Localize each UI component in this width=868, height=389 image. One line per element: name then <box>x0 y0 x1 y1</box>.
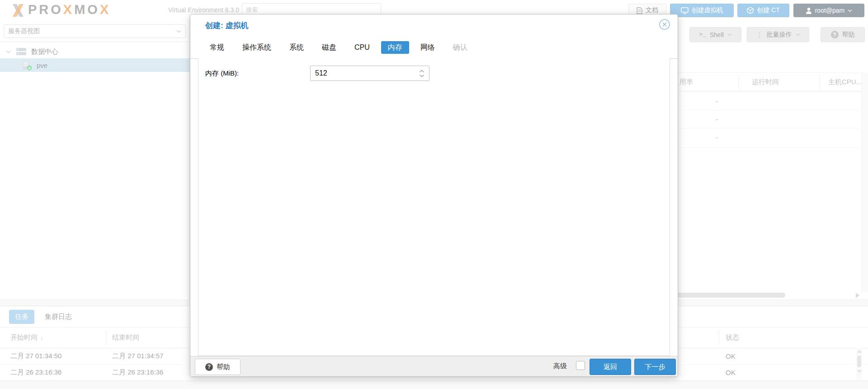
tab-os[interactable]: 操作系统 <box>236 41 278 54</box>
dialog-tab-bar: 常规 操作系统 系统 磁盘 CPU 内存 网络 确认 <box>203 41 474 54</box>
tab-system[interactable]: 系统 <box>283 41 311 54</box>
close-icon[interactable] <box>659 19 670 30</box>
dialog-form-panel: 内存 (MiB): <box>198 58 670 356</box>
proxmox-app: PROXMOX Virtual Environment 8.3.0 文档 创建虚… <box>0 0 868 389</box>
spinner-up-icon[interactable] <box>419 70 425 73</box>
tab-cpu[interactable]: CPU <box>348 41 377 54</box>
tab-memory[interactable]: 内存 <box>381 41 409 54</box>
tab-general[interactable]: 常规 <box>203 41 231 54</box>
memory-input[interactable] <box>311 66 420 81</box>
create-vm-dialog: 创建: 虚拟机 常规 操作系统 系统 磁盘 CPU 内存 网络 确认 内存 (M… <box>190 14 678 377</box>
spinner-down-icon[interactable] <box>419 74 425 77</box>
memory-spinner-field <box>310 66 429 81</box>
dialog-footer: ? 帮助 高级 返回 下一步 <box>190 356 678 376</box>
memory-field-label: 内存 (MiB): <box>205 69 239 78</box>
tab-confirm: 确认 <box>446 41 474 54</box>
back-button[interactable]: 返回 <box>590 359 631 375</box>
tab-disks[interactable]: 磁盘 <box>315 41 343 54</box>
spinner-buttons <box>419 67 427 80</box>
advanced-checkbox[interactable] <box>576 361 585 370</box>
advanced-label: 高级 <box>553 362 567 370</box>
tab-network[interactable]: 网络 <box>414 41 442 54</box>
next-button[interactable]: 下一步 <box>634 359 676 375</box>
dialog-help-button[interactable]: ? 帮助 <box>195 359 241 375</box>
dialog-title: 创建: 虚拟机 <box>205 20 248 31</box>
help-icon: ? <box>205 363 213 371</box>
